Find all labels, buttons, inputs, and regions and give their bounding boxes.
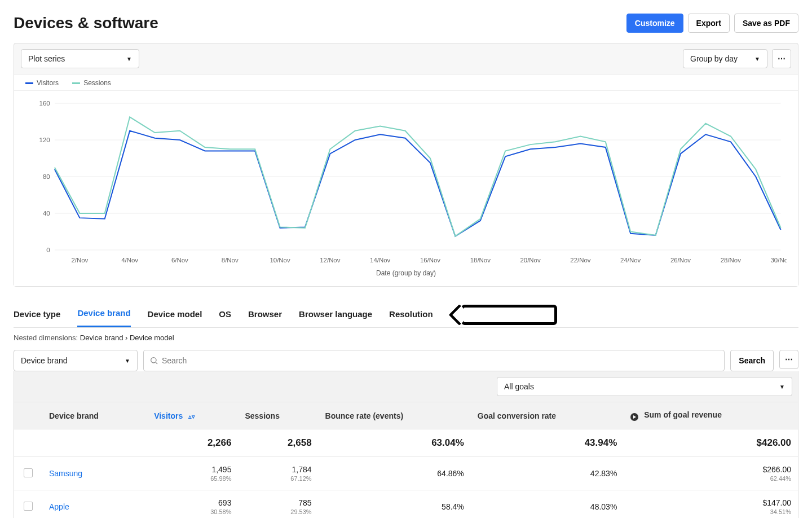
table-more-button[interactable]: ⋯ [779, 350, 798, 369]
column-revenue[interactable]: Sum of goal revenue [624, 402, 798, 429]
brand-link[interactable]: Apple [49, 502, 69, 511]
totals-revenue: $426.00 [624, 429, 798, 457]
column-gcr[interactable]: Goal conversion rate [471, 402, 624, 429]
column-sessions[interactable]: Sessions [238, 402, 318, 429]
svg-text:120: 120 [39, 137, 50, 143]
cell-gcr: 48.03% [471, 490, 624, 519]
chart-xlabel: Date (group by day) [25, 269, 787, 277]
brand-link[interactable]: Samsung [49, 469, 82, 478]
cell-revenue: $266.0062.44% [624, 457, 798, 490]
svg-text:0: 0 [46, 247, 50, 253]
column-bounce[interactable]: Bounce rate (events) [319, 402, 471, 429]
column-revenue-label: Sum of goal revenue [644, 410, 722, 419]
goals-select[interactable]: All goals ▼ [497, 377, 792, 396]
column-visitors-label: Visitors [154, 411, 183, 420]
group-by-select[interactable]: Group by day ▼ [683, 49, 767, 68]
tab-resolution[interactable]: Resolution [389, 304, 433, 327]
line-chart: 040801201602/Nov4/Nov6/Nov8/Nov10/Nov12/… [25, 98, 787, 267]
chevron-down-icon: ▼ [126, 56, 132, 62]
plot-series-select[interactable]: Plot series ▼ [21, 49, 139, 68]
svg-text:16/Nov: 16/Nov [420, 257, 441, 264]
ellipsis-icon: ⋯ [778, 54, 785, 63]
svg-text:80: 80 [43, 173, 50, 180]
tab-device-type[interactable]: Device type [14, 304, 60, 327]
legend-sessions[interactable]: Sessions [72, 79, 111, 87]
save-pdf-button[interactable]: Save as PDF [734, 14, 798, 33]
svg-text:6/Nov: 6/Nov [171, 257, 188, 264]
more-menu-button[interactable]: ⋯ [772, 49, 791, 68]
legend-swatch-sessions [72, 82, 80, 84]
plot-series-label: Plot series [28, 54, 65, 63]
dimension-select[interactable]: Device brand ▼ [14, 350, 138, 371]
column-visitors[interactable]: Visitors ▵▿ [147, 402, 238, 429]
export-button[interactable]: Export [688, 14, 730, 33]
chevron-down-icon: ▼ [125, 358, 130, 364]
totals-bounce: 63.04% [319, 429, 471, 457]
goals-select-label: All goals [504, 382, 534, 391]
legend-sessions-label: Sessions [83, 79, 111, 87]
group-by-label: Group by day [690, 54, 738, 63]
svg-text:24/Nov: 24/Nov [620, 257, 641, 264]
tab-browser-language[interactable]: Browser language [299, 304, 372, 327]
legend-visitors[interactable]: Visitors [25, 79, 59, 87]
totals-visitors: 2,266 [147, 429, 238, 457]
legend-visitors-label: Visitors [37, 79, 59, 87]
arrow-callout [461, 305, 557, 325]
row-checkbox[interactable] [24, 502, 33, 511]
cell-bounce: 58.4% [319, 490, 471, 519]
chart-panel: Plot series ▼ Group by day ▼ ⋯ Visitors [14, 43, 798, 287]
column-checkbox [14, 402, 42, 429]
search-button[interactable]: Search [730, 350, 774, 371]
cell-visitors: 69330.58% [147, 490, 238, 519]
chevron-down-icon: ▼ [754, 56, 760, 62]
svg-text:8/Nov: 8/Nov [222, 257, 239, 264]
dimension-tabs: Device typeDevice brandDevice modelOSBro… [14, 302, 798, 328]
svg-text:12/Nov: 12/Nov [320, 257, 341, 264]
column-brand[interactable]: Device brand [42, 402, 147, 429]
svg-text:28/Nov: 28/Nov [721, 257, 742, 264]
cell-visitors: 1,49565.98% [147, 457, 238, 490]
totals-gcr: 43.94% [471, 429, 624, 457]
nested-dimensions-path: Device brand › Device model [80, 333, 174, 342]
customize-button[interactable]: Customize [626, 14, 683, 33]
svg-text:40: 40 [43, 210, 50, 217]
row-checkbox[interactable] [24, 468, 33, 477]
totals-sessions: 2,658 [238, 429, 318, 457]
svg-text:22/Nov: 22/Nov [570, 257, 591, 264]
table-row: Apple69330.58%78529.53%58.4%48.03%$147.0… [14, 490, 798, 519]
svg-text:2/Nov: 2/Nov [71, 257, 88, 264]
nested-dimensions: Nested dimensions: Device brand › Device… [14, 333, 798, 342]
cell-gcr: 42.83% [471, 457, 624, 490]
play-circle-icon [630, 413, 638, 421]
cell-sessions: 78529.53% [238, 490, 318, 519]
cell-revenue: $147.0034.51% [624, 490, 798, 519]
svg-text:30/Nov: 30/Nov [771, 257, 787, 264]
sort-icon: ▵▿ [188, 413, 195, 420]
totals-row: 2,266 2,658 63.04% 43.94% $426.00 [14, 429, 798, 457]
chart-legend: Visitors Sessions [14, 74, 798, 91]
svg-text:160: 160 [39, 100, 50, 107]
svg-text:18/Nov: 18/Nov [470, 257, 491, 264]
data-table: All goals ▼ Device brand Visitors ▵▿ Ses… [14, 371, 798, 518]
svg-point-25 [151, 358, 156, 363]
svg-text:20/Nov: 20/Nov [520, 257, 541, 264]
svg-text:4/Nov: 4/Nov [121, 257, 138, 264]
table-row: Samsung1,49565.98%1,78467.12%64.86%42.83… [14, 457, 798, 490]
nested-dimensions-label: Nested dimensions: [14, 333, 78, 342]
tab-browser[interactable]: Browser [248, 304, 282, 327]
tab-os[interactable]: OS [219, 304, 231, 327]
legend-swatch-visitors [25, 82, 33, 84]
ellipsis-icon: ⋯ [785, 355, 793, 364]
svg-text:26/Nov: 26/Nov [670, 257, 691, 264]
svg-text:14/Nov: 14/Nov [370, 257, 391, 264]
search-input[interactable] [158, 350, 718, 371]
tab-device-brand[interactable]: Device brand [77, 302, 130, 327]
search-wrap [143, 350, 725, 371]
chevron-down-icon: ▼ [779, 384, 785, 390]
dimension-select-label: Device brand [21, 356, 68, 365]
cell-sessions: 1,78467.12% [238, 457, 318, 490]
search-icon [149, 356, 158, 365]
tab-device-model[interactable]: Device model [148, 304, 202, 327]
header-actions: Customize Export Save as PDF [626, 14, 798, 33]
svg-line-26 [156, 362, 157, 364]
